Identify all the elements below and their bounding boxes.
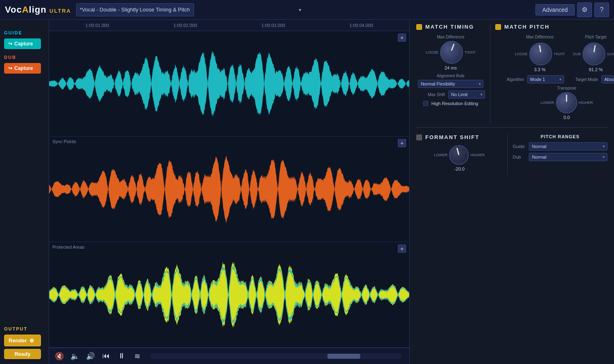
match-pitch-section: MATCH PITCH Max Difference LOOSE TIGHT 3… — [490, 24, 614, 123]
dub-waveform-panel: Sync Points + — [49, 137, 409, 242]
timeline-area: 1:00:01.000 1:00:02.000 1:00:03.000 1:00… — [49, 20, 409, 364]
time-mark-1: 1:00:01.000 — [53, 23, 141, 28]
target-mode-select[interactable]: Absolute — [601, 75, 614, 83]
timing-loose-label: LOOSE — [426, 50, 438, 54]
pitch-target-knob[interactable] — [582, 43, 605, 65]
transpose-label: Transpose — [495, 86, 614, 90]
scrollbar-thumb[interactable] — [327, 354, 360, 359]
pause-button[interactable]: ⏸ — [115, 350, 128, 362]
dub-range-label: Dub — [512, 155, 526, 160]
algorithm-label: Algorithm — [495, 77, 524, 82]
preset-select[interactable]: *Vocal - Double - Slightly Loose Timing … — [76, 3, 194, 16]
max-diff-label: Max Difference — [416, 35, 485, 39]
formant-lower-label: LOWER — [434, 153, 447, 157]
time-mark-4: 1:00:04.000 — [317, 23, 405, 28]
pitch-max-diff-knob[interactable] — [529, 43, 552, 65]
bottom-bar: 🔇 🔈 🔊 ⏮ ⏸ ≋ — [49, 348, 409, 364]
mute-button[interactable]: 🔇 — [53, 350, 65, 362]
timing-title: MATCH TIMING — [425, 24, 474, 30]
main-area: GUIDE ↪ Capture DUB ↪ Capture OUTPUT Ren… — [0, 20, 614, 364]
transpose-value: 0.0 — [564, 115, 570, 120]
transpose-knob[interactable] — [556, 92, 577, 113]
pitch-target-label: Pitch Target — [585, 35, 607, 39]
pitch-ranges-section: PITCH RANGES Guide Normal Low High Dub — [508, 134, 607, 175]
pitch-tight-label: TIGHT — [554, 52, 565, 56]
guide-capture-button[interactable]: ↪ Capture — [4, 38, 41, 49]
dub-capture-button[interactable]: ↪ Capture — [4, 63, 41, 74]
formant-knob[interactable] — [449, 145, 469, 165]
pitch-title: MATCH PITCH — [504, 24, 550, 30]
max-shift-select[interactable]: No Limit — [448, 90, 485, 99]
guide-add-button[interactable]: + — [398, 34, 406, 42]
guide-range-label: Guide — [512, 144, 526, 149]
pitch-loose-label: LOOSE — [515, 52, 528, 56]
help-button[interactable]: ? — [594, 2, 609, 17]
preset-wrapper: *Vocal - Double - Slightly Loose Timing … — [76, 3, 305, 16]
top-bar: VocAlign ULTRA *Vocal - Double - Slightl… — [0, 0, 614, 20]
dub-pitch-range-row: Dub Normal Low High — [512, 153, 607, 161]
pitch-indicator — [495, 24, 501, 30]
pitch-ranges-title: PITCH RANGES — [512, 134, 607, 139]
skip-back-button[interactable]: ⏮ — [100, 350, 112, 362]
guide-waveform-panel: + — [49, 31, 409, 137]
waveform-view-button[interactable]: ≋ — [131, 350, 143, 362]
formant-higher-label: HIGHER — [470, 153, 485, 157]
timing-max-diff-knob[interactable] — [440, 41, 463, 64]
output-add-button[interactable]: + — [398, 245, 406, 253]
advanced-button[interactable]: Advanced — [535, 4, 575, 16]
output-waveform-canvas[interactable] — [49, 242, 409, 347]
alignment-rule-select[interactable]: Normal Flexibility — [418, 80, 483, 88]
formant-shift-section: FORMANT SHIFT LOWER HIGHER -20.0 — [416, 134, 508, 175]
timing-tight-label: TIGHT — [465, 50, 476, 54]
left-sidebar: GUIDE ↪ Capture DUB ↪ Capture OUTPUT Ren… — [0, 20, 49, 364]
time-mark-3: 1:00:03.000 — [229, 23, 317, 28]
transpose-higher-label: HIGHER — [579, 101, 593, 105]
capture-arrow-icon: ↪ — [8, 41, 12, 47]
alignment-rule-label: Alignment Rule — [416, 74, 485, 78]
dub-waveform-canvas[interactable] — [49, 137, 409, 242]
capture-arrow-icon-dub: ↪ — [8, 65, 12, 71]
timing-max-diff-value: 24 ms — [445, 65, 457, 70]
dub-add-button[interactable]: + — [398, 139, 406, 147]
max-shift-label: Max Shift — [416, 92, 445, 97]
time-mark-2: 1:00:02.000 — [141, 23, 229, 28]
transpose-lower-label: LOWER — [540, 101, 554, 105]
formant-title: FORMANT SHIFT — [425, 134, 479, 140]
pitch-max-diff-value: 3.3 % — [534, 67, 546, 72]
time-ruler: 1:00:01.000 1:00:02.000 1:00:03.000 1:00… — [49, 20, 409, 31]
guide-pitch-range-select[interactable]: Normal Low High — [529, 142, 607, 151]
settings-button[interactable]: ⚙ — [577, 2, 592, 17]
pitch-target-value: 81.2 % — [589, 67, 603, 72]
scrollbar[interactable] — [151, 353, 401, 359]
guide-pitch-range-row: Guide Normal Low High — [512, 142, 607, 151]
pitch-dub-label: DUB — [573, 52, 581, 56]
volume-low-button[interactable]: 🔈 — [69, 350, 81, 362]
pitch-guide-label: GUIDE — [607, 52, 614, 56]
protected-areas-label: Protected Areas — [52, 245, 84, 249]
guide-label: GUIDE — [4, 30, 45, 35]
guide-waveform-canvas[interactable] — [49, 31, 409, 136]
output-waveform-panel: Protected Areas + — [49, 242, 409, 348]
dub-label: DUB — [4, 55, 45, 60]
timing-indicator — [416, 24, 422, 30]
dub-pitch-range-select[interactable]: Normal Low High — [529, 153, 607, 161]
formant-indicator — [416, 135, 422, 140]
formant-value: -20.0 — [454, 166, 465, 171]
pitch-max-diff-label: Max Difference — [526, 35, 553, 39]
render-icon: ⊕ — [29, 337, 34, 344]
target-mode-label: Target Mode — [567, 77, 598, 82]
waveform-panels: + Sync Points + Protected Areas + — [49, 31, 409, 348]
algorithm-select[interactable]: Mode 1 — [527, 75, 564, 83]
render-button[interactable]: Render ⊕ — [4, 335, 41, 346]
high-res-checkbox[interactable] — [423, 101, 428, 106]
volume-high-button[interactable]: 🔊 — [84, 350, 97, 362]
output-label: OUTPUT — [4, 326, 45, 331]
top-right-buttons: Advanced ⚙ ? — [535, 2, 609, 17]
sync-points-label: Sync Points — [52, 139, 76, 144]
right-panel: MATCH TIMING Max Difference LOOSE TIGHT … — [409, 20, 614, 364]
ready-badge: Ready — [4, 349, 41, 359]
match-timing-section: MATCH TIMING Max Difference LOOSE TIGHT … — [416, 24, 490, 123]
high-res-label: High Resolution Editing — [431, 101, 478, 106]
app-logo: VocAlign ULTRA — [5, 4, 71, 15]
